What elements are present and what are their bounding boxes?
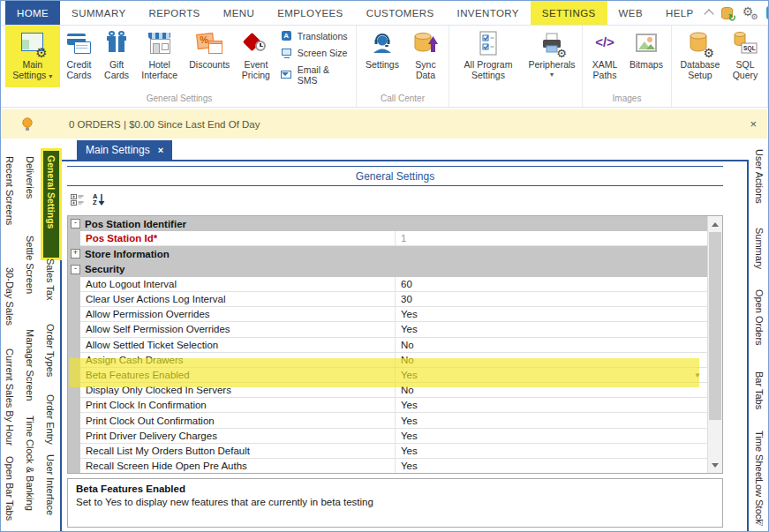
- sidetab-settle-screen[interactable]: Settle Screen: [25, 236, 35, 294]
- gift-cards-button[interactable]: Gift Cards: [98, 26, 135, 87]
- property-value[interactable]: 30: [396, 292, 707, 307]
- code-brackets-icon: </>: [591, 29, 619, 57]
- property-value[interactable]: 60: [396, 277, 707, 292]
- sidetab-order-entry[interactable]: Order Entry: [45, 394, 56, 445]
- property-name: Auto Logout Interval: [80, 277, 396, 292]
- menu-item-reports[interactable]: REPORTS: [137, 1, 211, 25]
- sidetab-time-sheet[interactable]: Time Sheet: [754, 431, 765, 480]
- database-sync-icon[interactable]: ↻: [720, 6, 735, 20]
- categorized-view-icon[interactable]: [71, 193, 85, 210]
- hotel-interface-button[interactable]: Hotel Interface: [135, 26, 185, 87]
- sidetab-bar-tabs[interactable]: Bar Tabs: [754, 371, 765, 409]
- credit-cards-button[interactable]: Credit Cards: [60, 26, 99, 87]
- property-value[interactable]: No: [396, 383, 707, 398]
- peripherals-button[interactable]: ⚙ Peripherals ▾: [524, 26, 579, 87]
- menu-item-employees[interactable]: EMPLOYEES: [266, 1, 355, 25]
- property-row[interactable]: Clear User Actions Log Interval 30: [68, 292, 707, 307]
- category-name: Security: [80, 264, 124, 274]
- sidetab-manager-screen[interactable]: Manager Screen: [25, 329, 35, 401]
- property-value[interactable]: Yes: [396, 307, 707, 322]
- sidetab-time-clock-banking[interactable]: Time Clock & Banking: [25, 416, 35, 511]
- sql-query-button[interactable]: SQL SQL Query: [726, 26, 765, 87]
- scroll-up-icon[interactable]: [708, 217, 722, 231]
- property-row[interactable]: Print Driver Delivery Charges Yes: [68, 429, 707, 444]
- property-value[interactable]: Yes: [396, 444, 707, 459]
- property-row[interactable]: Print Clock Out Confirmation Yes: [68, 413, 707, 428]
- property-row[interactable]: Allow Self Permission Overrides Yes: [68, 322, 707, 337]
- property-row-beta-features[interactable]: Beta Features Enabled Yes ▼: [68, 368, 707, 383]
- property-value[interactable]: Yes: [396, 398, 707, 413]
- bitmaps-button[interactable]: Bitmaps: [624, 26, 668, 87]
- property-row[interactable]: Allow Settled Ticket Selection No: [68, 338, 707, 353]
- property-value[interactable]: Yes: [396, 429, 707, 444]
- tab-close-icon[interactable]: ×: [158, 145, 163, 155]
- email-sms-button[interactable]: Email & SMS: [281, 64, 351, 86]
- sync-data-button[interactable]: Sync Data: [405, 26, 446, 87]
- dropdown-arrow-icon[interactable]: ▼: [694, 371, 701, 379]
- category-row[interactable]: - Pos Station Identifier: [68, 216, 707, 231]
- collapse-ribbon-icon[interactable]: [704, 9, 713, 19]
- sidetab-general-settings-selected[interactable]: General Settings: [43, 151, 59, 258]
- property-value[interactable]: Yes ▼: [396, 368, 707, 383]
- sidetab-sales-tax[interactable]: Sales Tax: [45, 259, 56, 301]
- ribbon-group-label: [452, 94, 579, 107]
- sidetab-30-day-sales[interactable]: 30-Day Sales: [4, 267, 15, 326]
- property-value[interactable]: Yes: [396, 322, 707, 337]
- collapse-toggle-icon[interactable]: -: [71, 265, 80, 274]
- category-row[interactable]: - Security: [68, 262, 707, 277]
- sidetab-current-sales-by-hour[interactable]: Current Sales By Hour: [4, 348, 15, 446]
- property-row[interactable]: Pos Station Id* 1: [68, 231, 707, 246]
- screen-size-button[interactable]: Screen Size: [281, 48, 351, 58]
- menu-item-menu[interactable]: MENU: [212, 1, 266, 25]
- scrollbar[interactable]: [707, 216, 722, 473]
- expand-toggle-icon[interactable]: +: [71, 249, 80, 259]
- row-gutter: [68, 429, 80, 444]
- autohide-triangle-icon[interactable]: ◁: [756, 517, 763, 527]
- sidetab-summary[interactable]: Summary: [754, 228, 765, 269]
- scrollbar-thumb[interactable]: [709, 232, 721, 420]
- call-center-settings-button[interactable]: Settings: [359, 26, 405, 87]
- event-pricing-button[interactable]: Event Pricing: [235, 26, 277, 87]
- sidetab-open-bar-tabs[interactable]: Open Bar Tabs: [4, 456, 15, 521]
- property-value[interactable]: No: [396, 338, 707, 353]
- sidetab-user-actions[interactable]: User Actions: [754, 149, 765, 204]
- sidetab-user-interface[interactable]: User Interface: [45, 454, 56, 515]
- ribbon-group-general-settings: ⚙ Main Settings ▾ Credit Cards Gift Card…: [3, 26, 357, 107]
- property-row[interactable]: Recall Screen Hide Open Pre Auths Yes: [68, 459, 707, 473]
- document-tab-main-settings[interactable]: Main Settings ×: [77, 140, 172, 160]
- collapse-toggle-icon[interactable]: -: [71, 219, 80, 229]
- property-row[interactable]: Recall List My Orders Button Default Yes: [68, 444, 707, 459]
- property-row[interactable]: Auto Logout Interval 60: [68, 277, 707, 292]
- property-row[interactable]: Assign Cash Drawers No: [68, 353, 707, 368]
- menu-item-inventory[interactable]: INVENTORY: [446, 1, 531, 25]
- menu-item-web[interactable]: WEB: [607, 1, 654, 25]
- menu-item-summary[interactable]: SUMMARY: [60, 1, 137, 25]
- menu-item-customers[interactable]: CUSTOMERS: [355, 1, 446, 25]
- sidetab-recent-screens[interactable]: Recent Screens: [4, 156, 15, 225]
- xaml-paths-button[interactable]: </> XAML Paths: [585, 26, 624, 87]
- all-program-settings-button[interactable]: All Program Settings: [452, 26, 524, 87]
- property-row[interactable]: Print Clock In Confirmation Yes: [68, 398, 707, 413]
- gears-icon[interactable]: ⚙⚙: [743, 6, 758, 20]
- sidetab-order-types[interactable]: Order Types: [45, 324, 56, 377]
- database-setup-button[interactable]: ⚙ Database Setup: [675, 26, 726, 87]
- notification-close-icon[interactable]: ×: [750, 117, 757, 131]
- menu-item-home[interactable]: HOME: [5, 1, 60, 25]
- discounts-button[interactable]: % Discounts: [185, 26, 236, 87]
- sidetab-open-orders[interactable]: Open Orders: [754, 289, 765, 346]
- property-value[interactable]: Yes: [396, 459, 707, 473]
- property-value[interactable]: 1: [396, 231, 707, 246]
- alphabetical-sort-icon[interactable]: AZ: [93, 193, 105, 206]
- property-row[interactable]: Display Only Clocked In Servers No: [68, 383, 707, 398]
- menu-item-help[interactable]: HELP: [654, 1, 705, 25]
- main-settings-button[interactable]: ⚙ Main Settings ▾: [5, 26, 60, 87]
- property-row[interactable]: Allow Permission Overrides Yes: [68, 307, 707, 322]
- translations-button[interactable]: A Translations: [281, 31, 351, 41]
- property-value[interactable]: No: [396, 353, 707, 368]
- menu-item-settings[interactable]: SETTINGS: [531, 1, 607, 25]
- category-row[interactable]: + Store Information: [68, 246, 707, 261]
- twitter-icon[interactable]: t: [766, 6, 769, 19]
- sidetab-deliveries[interactable]: Deliveries: [25, 156, 35, 199]
- scroll-down-icon[interactable]: [708, 458, 722, 472]
- property-value[interactable]: Yes: [396, 413, 707, 428]
